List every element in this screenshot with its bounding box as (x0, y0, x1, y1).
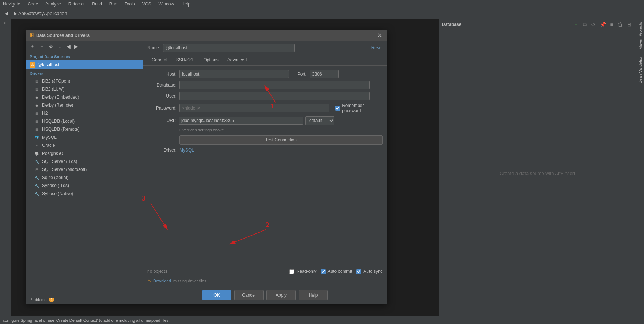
tab-general[interactable]: General (147, 55, 172, 65)
driver-db2-luw[interactable]: ⊞ DB2 (LUW) (26, 85, 143, 93)
apply-button[interactable]: Apply (266, 290, 296, 300)
hsqldb-local-icon: ⊞ (34, 118, 40, 124)
name-input[interactable] (163, 44, 295, 52)
driver-derby-remote[interactable]: ◆ Derby (Remote) (26, 101, 143, 109)
tab-options[interactable]: Options (199, 55, 223, 65)
db-icon: 🗄 (30, 33, 34, 38)
autosync-checkbox[interactable] (356, 269, 361, 274)
db-layout-btn[interactable]: ⊟ (626, 20, 633, 28)
run-config-selector[interactable]: ▶ ApiGatewayApplication (12, 10, 69, 17)
db-stop-btn[interactable]: ■ (609, 20, 615, 28)
password-label: Password: (147, 106, 177, 111)
oracle-icon: ○ (34, 142, 40, 148)
url-dropdown[interactable]: default (305, 116, 334, 125)
url-note: Overrides settings above (179, 128, 383, 132)
menu-run[interactable]: Run (108, 1, 119, 7)
menu-code[interactable]: Code (26, 1, 39, 7)
project-datasources-header: Project Data Sources (26, 52, 143, 60)
driver-hsqldb-remote[interactable]: ⊞ HSQLDB (Remote) (26, 125, 143, 133)
db-copy-btn[interactable]: ⧉ (582, 20, 588, 28)
navigate-back-btn[interactable]: ◀ (3, 10, 10, 17)
warning-row: ⚠ Download missing driver files (143, 277, 387, 286)
datasource-label: @localhost (38, 62, 60, 67)
help-button[interactable]: Help (299, 290, 328, 300)
bean-validation-tab[interactable]: Bean Validation (637, 53, 643, 86)
reset-link[interactable]: Reset (371, 45, 383, 50)
datasource-item-localhost[interactable]: db @localhost (26, 60, 143, 69)
menu-vcs[interactable]: VCS (141, 1, 153, 7)
driver-hsqldb-local[interactable]: ⊞ HSQLDB (Local) (26, 117, 143, 125)
driver-h2[interactable]: ⊞ H2 (26, 109, 143, 117)
warning-icon: ⚠ (147, 278, 151, 283)
driver-sybase-jtds[interactable]: 🔧 Sybase (jTds) (26, 182, 143, 190)
driver-db2-jtopen[interactable]: ⊞ DB2 (JTOpen) (26, 77, 143, 85)
autocommit-row: Auto commit (321, 269, 352, 274)
data-sources-dialog: 🗄 Data Sources and Drivers ✕ ＋ － ⚙ ⤓ (26, 30, 387, 304)
menu-build[interactable]: Build (91, 1, 103, 7)
sybase-native-icon: 🔧 (34, 191, 40, 197)
menu-navigate[interactable]: Navigate (1, 1, 22, 7)
host-input[interactable] (179, 70, 289, 78)
autosync-row: Auto sync (356, 269, 383, 274)
host-port-row: Host: Port: (147, 70, 383, 78)
port-input[interactable] (310, 70, 339, 78)
driver-derby-embedded[interactable]: ◆ Derby (Embedded) (26, 93, 143, 101)
db-delete-btn[interactable]: 🗑 (616, 20, 624, 28)
nav-back-btn[interactable]: ◀ (65, 43, 72, 50)
add-datasource-btn[interactable]: ＋ (28, 42, 36, 50)
mysql-icon: 🐬 (34, 134, 40, 140)
menu-tools[interactable]: Tools (123, 1, 136, 7)
dialog-close-btn[interactable]: ✕ (376, 33, 383, 38)
driver-sqlite-xerial[interactable]: 🔧 Sqlite (Xerial) (26, 174, 143, 182)
tab-ssh-ssl[interactable]: SSH/SSL (172, 55, 199, 65)
left-sidebar: sr (0, 19, 11, 316)
menu-refactor[interactable]: Refactor (67, 1, 86, 7)
user-input[interactable] (179, 92, 370, 100)
derby-embedded-icon: ◆ (34, 94, 40, 100)
sqlserver-jtds-icon: 🔧 (34, 159, 40, 164)
sybase-jtds-icon: 🔧 (34, 183, 40, 188)
readonly-label: Read-only (296, 269, 317, 274)
remember-password-checkbox[interactable] (335, 106, 340, 111)
download-link[interactable]: Download (153, 279, 171, 283)
dialog-title: 🗄 Data Sources and Drivers (30, 33, 90, 38)
dialog-body: ＋ － ⚙ ⤓ ◀ ▶ Project Data Sources db (26, 41, 387, 304)
db-add-btn[interactable]: ＋ (572, 20, 580, 28)
right-tabs: Maven Projects Bean Validation (636, 19, 644, 316)
derby-remote-icon: ◆ (34, 102, 40, 108)
url-label: URL: (147, 118, 177, 123)
url-input[interactable] (179, 117, 303, 125)
import-datasource-btn[interactable]: ⤓ (56, 43, 64, 50)
autocommit-checkbox[interactable] (321, 269, 326, 274)
password-input[interactable] (179, 104, 329, 112)
remove-datasource-btn[interactable]: － (38, 42, 46, 50)
menu-help[interactable]: Help (180, 1, 192, 7)
tab-advanced[interactable]: Advanced (223, 55, 251, 65)
cancel-button[interactable]: Cancel (234, 290, 264, 300)
db-pin-btn[interactable]: 📌 (598, 20, 607, 28)
user-label: User: (147, 94, 177, 99)
menu-window[interactable]: Window (157, 1, 176, 7)
host-label: Host: (147, 72, 177, 77)
test-connection-btn[interactable]: Test Connection (179, 135, 383, 145)
db2-luw-icon: ⊞ (34, 86, 40, 92)
readonly-checkbox[interactable] (289, 269, 294, 274)
nav-forward-btn[interactable]: ▶ (73, 43, 80, 50)
form-area: Host: Port: Database: (143, 66, 387, 157)
problems-label: Problems (30, 297, 46, 302)
driver-sqlserver-microsoft[interactable]: ⊞ SQL Server (Microsoft) (26, 165, 143, 174)
db-refresh-btn[interactable]: ↺ (590, 20, 597, 28)
driver-sqlserver-jtds[interactable]: 🔧 SQL Server (jTds) (26, 157, 143, 165)
driver-sybase-native[interactable]: 🔧 Sybase (Native) (26, 190, 143, 198)
menu-analyze[interactable]: Analyze (44, 1, 62, 7)
drivers-header: Drivers (26, 69, 143, 77)
ok-button[interactable]: OK (202, 290, 231, 300)
dialog-buttons: OK Cancel Apply Help (143, 286, 387, 304)
database-input[interactable] (179, 81, 370, 89)
duplicate-datasource-btn[interactable]: ⚙ (47, 43, 55, 50)
driver-postgresql[interactable]: 🐘 PostgreSQL (26, 149, 143, 157)
maven-projects-tab[interactable]: Maven Projects (637, 19, 643, 53)
driver-oracle[interactable]: ○ Oracle (26, 141, 143, 149)
driver-mysql[interactable]: 🐬 MySQL (26, 133, 143, 141)
database-panel-toolbar: ＋ ⧉ ↺ 📌 ■ 🗑 ⊟ (572, 20, 633, 28)
